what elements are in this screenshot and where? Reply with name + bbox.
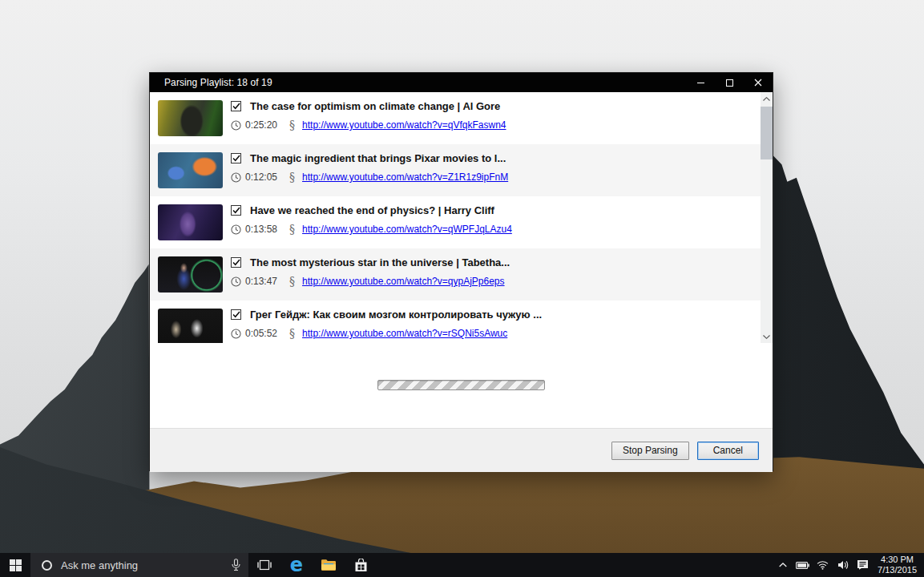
- dialog-title: Parsing Playlist: 18 of 19: [150, 77, 272, 88]
- wifi-tray-button[interactable]: [813, 553, 833, 577]
- check-icon: [232, 311, 240, 318]
- tray-overflow-button[interactable]: [773, 553, 793, 577]
- link-icon: §: [289, 275, 295, 288]
- item-checkbox[interactable]: [231, 101, 241, 111]
- video-duration: 0:25:20: [245, 119, 277, 131]
- minimize-button[interactable]: [686, 73, 715, 92]
- cortana-icon: [42, 560, 52, 571]
- edge-icon: e: [290, 556, 303, 574]
- video-duration: 0:13:58: [245, 224, 277, 235]
- clock-date: 7/13/2015: [878, 565, 917, 575]
- video-thumbnail: [158, 256, 223, 293]
- file-explorer-icon: [321, 559, 337, 571]
- video-title: The most mysterious star in the universe…: [250, 256, 510, 268]
- video-list-panel: The case for optimism on climate change …: [150, 92, 773, 343]
- scroll-up-button[interactable]: [761, 92, 773, 105]
- playlist-row: The most mysterious star in the universe…: [150, 248, 762, 301]
- link-icon: §: [289, 327, 295, 340]
- video-url[interactable]: http://www.youtube.com/watch?v=rSQNi5sAw…: [302, 328, 507, 339]
- parsing-progress-bar: [377, 380, 545, 390]
- video-url[interactable]: http://www.youtube.com/watch?v=qVfqkFasw…: [302, 119, 506, 131]
- video-thumbnail: [158, 152, 223, 188]
- window-controls: [686, 73, 773, 92]
- cancel-button[interactable]: Cancel: [697, 442, 759, 460]
- item-checkbox[interactable]: [231, 309, 241, 320]
- store-icon: [354, 559, 368, 572]
- video-duration: 0:05:52: [245, 328, 277, 339]
- video-duration: 0:13:47: [245, 276, 277, 287]
- action-center-icon: [857, 559, 869, 571]
- battery-tray-button[interactable]: [793, 553, 813, 577]
- close-button[interactable]: [744, 73, 773, 92]
- video-list: The case for optimism on climate change …: [150, 92, 762, 343]
- taskbar-clock[interactable]: 4:30 PM 7/13/2015: [878, 555, 917, 575]
- task-view-icon: [257, 559, 272, 571]
- dialog-footer: Stop Parsing Cancel: [150, 428, 773, 472]
- start-button[interactable]: [0, 553, 30, 577]
- taskbar: Ask me anything e: [0, 553, 924, 577]
- item-checkbox[interactable]: [231, 153, 241, 163]
- clock-time: 4:30 PM: [878, 555, 917, 565]
- video-thumbnail: [158, 204, 223, 240]
- check-icon: [232, 207, 240, 214]
- video-title: The case for optimism on climate change …: [250, 100, 500, 112]
- speaker-icon: [837, 560, 849, 570]
- video-url[interactable]: http://www.youtube.com/watch?v=qypAjPp6e…: [302, 276, 504, 287]
- close-icon: [754, 79, 762, 87]
- link-icon: §: [289, 171, 295, 184]
- duration-clock-icon: [231, 276, 241, 287]
- video-duration: 0:12:05: [245, 171, 277, 183]
- dialog-titlebar[interactable]: Parsing Playlist: 18 of 19: [150, 73, 773, 92]
- duration-clock-icon: [231, 329, 241, 339]
- stop-parsing-button[interactable]: Stop Parsing: [611, 442, 689, 460]
- link-icon: §: [289, 119, 295, 131]
- playlist-row: Have we reached the end of physics? | Ha…: [150, 196, 762, 248]
- volume-tray-button[interactable]: [833, 553, 853, 577]
- cortana-search-box[interactable]: Ask me anything: [30, 553, 248, 577]
- video-thumbnail: [158, 100, 223, 136]
- video-thumbnail: [158, 309, 223, 343]
- chevron-up-icon: [763, 97, 770, 101]
- search-placeholder: Ask me anything: [61, 559, 138, 571]
- parsing-playlist-dialog: Parsing Playlist: 18 of 19 The case for …: [149, 72, 773, 471]
- video-url[interactable]: http://www.youtube.com/watch?v=Z1R1z9ipF…: [302, 171, 508, 183]
- file-explorer-taskbar-button[interactable]: [313, 553, 345, 577]
- duration-clock-icon: [231, 120, 241, 131]
- scrollbar-thumb[interactable]: [761, 107, 773, 159]
- maximize-icon: [726, 79, 733, 87]
- check-icon: [232, 155, 240, 162]
- list-scrollbar[interactable]: [761, 92, 773, 343]
- minimize-icon: [697, 83, 704, 83]
- check-icon: [232, 103, 240, 110]
- link-icon: §: [289, 223, 295, 236]
- progress-area: [150, 343, 773, 428]
- wifi-icon: [817, 561, 829, 570]
- store-taskbar-button[interactable]: [345, 553, 377, 577]
- playlist-row: Грег Гейдж: Как своим мозгом контролиров…: [150, 301, 762, 343]
- playlist-row: The magic ingredient that brings Pixar m…: [150, 144, 762, 196]
- item-checkbox[interactable]: [231, 257, 241, 268]
- check-icon: [232, 259, 240, 266]
- chevron-up-icon: [779, 563, 787, 567]
- windows-logo-icon: [10, 559, 22, 571]
- task-view-button[interactable]: [248, 553, 280, 577]
- duration-clock-icon: [231, 224, 241, 235]
- item-checkbox[interactable]: [231, 205, 241, 216]
- system-tray: 4:30 PM 7/13/2015: [773, 553, 924, 577]
- desktop: Parsing Playlist: 18 of 19 The case for …: [0, 0, 924, 577]
- video-title: Have we reached the end of physics? | Ha…: [250, 204, 494, 216]
- maximize-button[interactable]: [715, 73, 744, 92]
- duration-clock-icon: [231, 172, 241, 183]
- video-title: The magic ingredient that brings Pixar m…: [250, 152, 506, 164]
- battery-icon: [796, 562, 809, 569]
- scroll-down-button[interactable]: [761, 330, 773, 343]
- video-title: Грег Гейдж: Как своим мозгом контролиров…: [250, 309, 542, 321]
- video-url[interactable]: http://www.youtube.com/watch?v=qWPFJqLAz…: [302, 224, 512, 235]
- action-center-button[interactable]: [853, 553, 873, 577]
- chevron-down-icon: [763, 335, 770, 339]
- playlist-row: The case for optimism on climate change …: [150, 92, 762, 144]
- microphone-icon[interactable]: [232, 559, 240, 575]
- edge-taskbar-button[interactable]: e: [280, 553, 313, 577]
